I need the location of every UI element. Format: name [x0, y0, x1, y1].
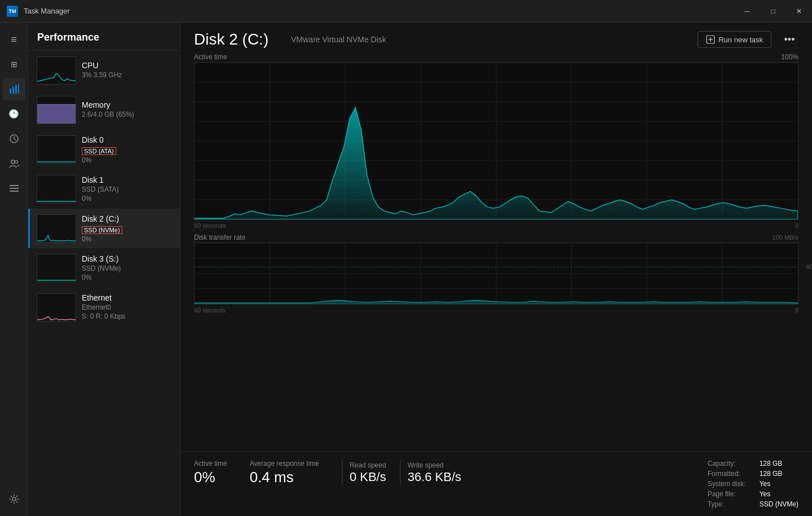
- stat-avg-response: Average response time 0.4 ms: [250, 460, 319, 508]
- disk1-percent: 0%: [82, 195, 173, 202]
- stat-active-time-label: Active time: [194, 460, 227, 468]
- nav-startup[interactable]: [3, 127, 25, 150]
- disk1-info: Disk 1 SSD (SATA) 0%: [82, 175, 173, 202]
- active-time-60s: 60 seconds: [194, 222, 226, 229]
- maximize-button[interactable]: □: [760, 0, 786, 23]
- svg-rect-2: [15, 85, 17, 94]
- disk0-percent: 0%: [82, 156, 173, 164]
- stat-details: Capacity: 128 GB Formatted: 128 GB Syste…: [708, 460, 798, 508]
- run-task-button[interactable]: Run new task: [698, 31, 771, 48]
- disk3-percent: 0%: [82, 274, 173, 281]
- disk1-type: SSD (SATA): [82, 186, 173, 193]
- cpu-sub: 3% 3.59 GHz: [82, 71, 173, 79]
- svg-rect-8: [10, 188, 19, 189]
- formatted-label: Formatted:: [708, 470, 746, 478]
- icon-nav: ≡ ⊞ 🕐: [0, 23, 28, 516]
- active-time-label: Active time: [194, 53, 227, 61]
- svg-rect-1: [12, 87, 14, 94]
- sidebar-item-disk0[interactable]: Disk 0 SSD (ATA) 0%: [28, 130, 180, 169]
- nav-hamburger[interactable]: ≡: [3, 28, 25, 51]
- capacity-value: 128 GB: [760, 460, 798, 468]
- minimize-button[interactable]: ─: [734, 0, 760, 23]
- stat-read-speed: Read speed 0 KB/s: [342, 460, 386, 484]
- formatted-value: 128 GB: [760, 470, 798, 478]
- stat-write-value: 36.6 KB/s: [408, 470, 461, 484]
- active-time-container: Active time 100%: [194, 53, 798, 229]
- svg-rect-0: [10, 89, 11, 94]
- cpu-label: CPU: [82, 61, 173, 70]
- svg-point-10: [12, 497, 16, 501]
- capacity-label: Capacity:: [708, 460, 746, 468]
- ethernet-thumbnail: [37, 293, 76, 321]
- active-time-chart: [194, 62, 798, 220]
- transfer-chart: 60 MB/s: [194, 242, 798, 305]
- active-time-min: 0: [795, 222, 798, 229]
- nav-users[interactable]: [3, 152, 25, 175]
- disk2-thumbnail: [37, 214, 76, 242]
- cpu-info: CPU 3% 3.59 GHz: [82, 61, 173, 80]
- nav-details[interactable]: [3, 177, 25, 200]
- memory-label: Memory: [82, 100, 173, 109]
- disk3-type: SSD (NVMe): [82, 264, 173, 272]
- nav-history[interactable]: 🕐: [3, 103, 25, 125]
- page-file-label: Page file:: [708, 490, 746, 498]
- stat-speeds: Read speed 0 KB/s Write speed 36.6 KB/s: [342, 460, 461, 508]
- disk1-label: Disk 1: [82, 175, 173, 184]
- sidebar-item-disk2[interactable]: Disk 2 (C:) SSD (NVMe) 0%: [28, 209, 180, 248]
- sidebar-item-disk1[interactable]: Disk 1 SSD (SATA) 0%: [28, 169, 180, 209]
- sidebar: Performance CPU 3% 3.59 GHz Mem: [28, 23, 180, 516]
- disk0-type: SSD (ATA): [82, 147, 116, 155]
- memory-info: Memory 2.6/4.0 GB (65%): [82, 100, 173, 120]
- svg-point-6: [15, 161, 17, 164]
- disk-type: VMware Virtual NVMe Disk: [291, 35, 386, 44]
- nav-performance[interactable]: [3, 78, 25, 100]
- nav-settings[interactable]: [3, 488, 25, 510]
- stat-speed-group: Read speed 0 KB/s Write speed 36.6 KB/s: [342, 460, 461, 484]
- sidebar-item-ethernet[interactable]: Ethernet Ethernet0 S: 0 R: 0 Kbps: [28, 288, 180, 327]
- app-title: Task Manager: [24, 7, 70, 15]
- transfer-min: 0: [795, 307, 798, 314]
- nav-overview[interactable]: ⊞: [3, 53, 25, 76]
- window-controls: ─ □ ✕: [734, 0, 812, 23]
- svg-rect-11: [37, 104, 76, 124]
- more-button[interactable]: •••: [780, 30, 798, 48]
- main-content: Disk 2 (C:) VMware Virtual NVMe Disk Run…: [180, 23, 812, 516]
- app-icon: TM: [7, 6, 18, 17]
- charts-area: Active time 100%: [180, 53, 812, 451]
- stat-active-time-value: 0%: [194, 469, 227, 486]
- svg-rect-7: [10, 185, 19, 186]
- stat-write-speed: Write speed 36.6 KB/s: [400, 460, 461, 484]
- disk2-info: Disk 2 (C:) SSD (NVMe) 0%: [82, 214, 173, 243]
- transfer-container: Disk transfer rate 100 MB/s: [194, 233, 798, 314]
- sidebar-item-disk3[interactable]: Disk 3 (S:) SSD (NVMe) 0%: [28, 248, 180, 288]
- disk3-label: Disk 3 (S:): [82, 254, 173, 263]
- svg-rect-3: [18, 84, 19, 94]
- stat-avg-response-value: 0.4 ms: [250, 469, 319, 486]
- disk2-label: Disk 2 (C:): [82, 214, 173, 223]
- run-task-label: Run new task: [718, 36, 763, 44]
- disk0-label: Disk 0: [82, 135, 173, 144]
- active-time-label-row: Active time 100%: [194, 53, 798, 61]
- memory-sub: 2.6/4.0 GB (65%): [82, 111, 173, 118]
- cpu-thumbnail: [37, 56, 76, 85]
- close-button[interactable]: ✕: [786, 0, 812, 23]
- disk0-thumbnail: [37, 135, 76, 164]
- main-actions: Run new task •••: [698, 30, 798, 48]
- sidebar-item-cpu[interactable]: CPU 3% 3.59 GHz: [28, 51, 180, 90]
- ethernet-sub2: S: 0 R: 0 Kbps: [82, 312, 173, 320]
- app-body: ≡ ⊞ 🕐: [0, 23, 812, 516]
- memory-thumbnail: [37, 96, 76, 124]
- system-disk-label: System disk:: [708, 480, 746, 488]
- main-topbar: Disk 2 (C:) VMware Virtual NVMe Disk Run…: [180, 23, 812, 53]
- svg-rect-9: [10, 191, 19, 192]
- transfer-label-row: Disk transfer rate 100 MB/s: [194, 233, 798, 241]
- stat-read-value: 0 KB/s: [350, 470, 386, 484]
- stat-avg-response-label: Average response time: [250, 460, 319, 468]
- type-value: SSD (NVMe): [760, 500, 798, 508]
- system-disk-value: Yes: [760, 480, 798, 488]
- titlebar: TM Task Manager ─ □ ✕: [0, 0, 812, 23]
- stat-write-label: Write speed: [408, 461, 444, 469]
- sidebar-header: Performance: [28, 23, 180, 51]
- sidebar-item-memory[interactable]: Memory 2.6/4.0 GB (65%): [28, 90, 180, 130]
- transfer-60mbs: 60 MB/s: [806, 263, 812, 270]
